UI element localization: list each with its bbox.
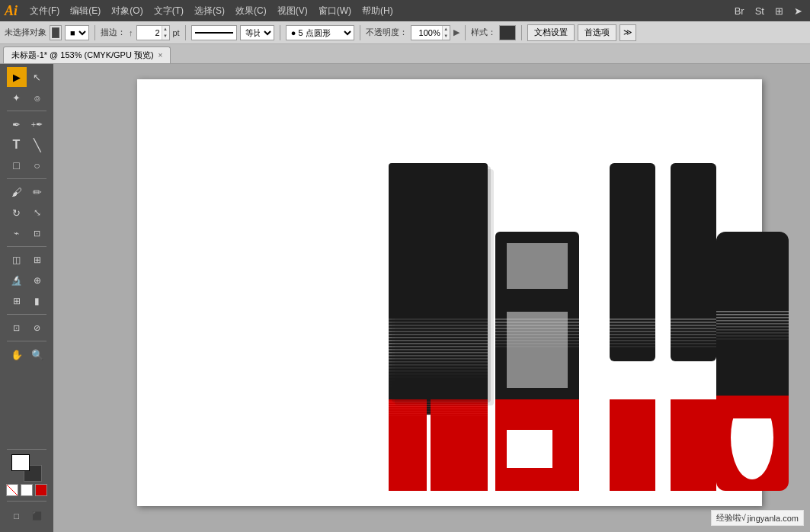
white-swatch[interactable]: [21, 484, 33, 496]
menu-effect[interactable]: 效果(C): [231, 3, 271, 19]
eyedropper-tool[interactable]: 🔬: [7, 271, 27, 290]
toolbar-sep-3: [280, 25, 280, 40]
menu-object[interactable]: 对象(O): [107, 3, 147, 19]
no-fill-swatch[interactable]: [6, 484, 18, 496]
letter-o: [716, 232, 789, 491]
menu-window[interactable]: 窗口(W): [314, 3, 356, 19]
svg-rect-82: [671, 325, 716, 326]
pen-tool[interactable]: ✒: [7, 114, 27, 134]
svg-rect-64: [495, 468, 579, 491]
normal-view[interactable]: □: [7, 506, 27, 526]
svg-rect-61: [495, 418, 564, 430]
fill-type-select[interactable]: ■: [65, 25, 89, 40]
menu-help[interactable]: 帮助(H): [357, 3, 398, 19]
watermark: 经验啦√ jingyanla.com: [711, 510, 804, 526]
menu-file[interactable]: 文件(F): [25, 3, 64, 19]
rotate-tool[interactable]: ↻: [7, 203, 27, 223]
toolbar-sep-6: [521, 25, 522, 40]
opacity-arrow[interactable]: ▶: [453, 27, 459, 37]
selection-width-input[interactable]: [50, 25, 62, 40]
opacity-input[interactable]: ▲ ▼: [411, 25, 450, 40]
brush-tool[interactable]: 🖌: [7, 182, 27, 202]
watermark-text: 经验啦√: [716, 512, 746, 524]
svg-rect-39: [389, 413, 488, 414]
line-type-select[interactable]: 等比: [240, 25, 274, 40]
tool-sep-6: [7, 449, 46, 450]
add-anchor-tool[interactable]: +✒: [27, 114, 47, 134]
lasso-tool[interactable]: ⌾: [27, 88, 47, 107]
svg-rect-89: [671, 346, 716, 348]
grid-icon[interactable]: ⊞: [772, 4, 786, 18]
svg-rect-96: [716, 314, 789, 316]
svg-rect-37: [389, 409, 488, 409]
tool-row-12: ⊡ ⊘: [7, 318, 47, 338]
svg-rect-51: [495, 331, 579, 332]
document-tab[interactable]: 未标题-1* @ 153% (CMYK/GPU 预览) ×: [3, 46, 171, 63]
line-type-preview[interactable]: [191, 25, 237, 40]
slice-tool[interactable]: ⊘: [27, 318, 47, 338]
gradient-tool[interactable]: ◫: [7, 250, 27, 270]
rect-tool[interactable]: □: [7, 155, 27, 175]
bridge-icon[interactable]: Br: [732, 4, 748, 18]
svg-rect-49: [495, 325, 579, 326]
brush-select[interactable]: ● 5 点圆形: [286, 25, 354, 40]
tool-sep-2: [7, 178, 46, 179]
stroke-up-arrow[interactable]: ↑: [129, 28, 133, 37]
swatch-stack: [11, 454, 42, 482]
preferences-button[interactable]: 首选项: [578, 24, 616, 41]
blend-tool[interactable]: ⊕: [27, 271, 47, 290]
direct-select-tool[interactable]: ↖: [27, 67, 47, 87]
svg-rect-100: [716, 326, 789, 328]
svg-rect-69: [610, 325, 655, 326]
send-icon[interactable]: ➤: [791, 4, 805, 18]
type-tool[interactable]: T: [7, 135, 27, 155]
tab-close-button[interactable]: ×: [158, 51, 163, 59]
stroke-down[interactable]: ▼: [162, 33, 169, 40]
opacity-value[interactable]: [411, 26, 442, 40]
style-color-box[interactable]: [499, 25, 516, 40]
stock-icon[interactable]: St: [752, 4, 767, 18]
tool-row-8: ⌁ ⊡: [7, 223, 47, 243]
tool-sep-4: [7, 314, 46, 315]
scale-tool[interactable]: ⤡: [27, 203, 47, 223]
svg-rect-103: [716, 335, 789, 337]
swatch-tiny-row: [6, 484, 47, 496]
artboard-tool[interactable]: ⊡: [7, 318, 27, 338]
svg-rect-81: [671, 322, 716, 323]
preview-view[interactable]: ⬛: [27, 506, 47, 526]
warp-tool[interactable]: ⌁: [7, 223, 27, 243]
hello-svg: [389, 163, 792, 491]
menu-type[interactable]: 文字(T): [149, 3, 188, 19]
svg-rect-86: [671, 337, 716, 338]
svg-rect-48: [495, 322, 579, 323]
line-tool[interactable]: ╲: [27, 135, 47, 155]
magic-wand-tool[interactable]: ✦: [7, 88, 27, 107]
foreground-swatch[interactable]: [11, 454, 30, 471]
svg-rect-54: [495, 340, 579, 341]
red-swatch[interactable]: [35, 484, 47, 496]
opacity-up[interactable]: ▲: [443, 26, 450, 33]
arrow-tool[interactable]: ▶: [7, 67, 27, 87]
pencil-tool[interactable]: ✏: [27, 182, 47, 202]
svg-rect-102: [716, 332, 789, 334]
hand-tool[interactable]: ✋: [7, 345, 27, 364]
menu-edit[interactable]: 编辑(E): [66, 3, 105, 19]
svg-rect-97: [716, 317, 789, 319]
symbol-tool[interactable]: ⊞: [7, 291, 27, 311]
zoom-tool[interactable]: 🔍: [27, 345, 47, 364]
tool-row-7: ↻ ⤡: [7, 203, 47, 223]
menu-view[interactable]: 视图(V): [273, 3, 312, 19]
doc-settings-button[interactable]: 文档设置: [527, 24, 575, 41]
menu-select[interactable]: 选择(S): [190, 3, 229, 19]
ellipse-tool[interactable]: ○: [27, 155, 47, 175]
stroke-width-input[interactable]: ▲ ▼: [136, 25, 170, 40]
stroke-up[interactable]: ▲: [162, 26, 169, 33]
opacity-down[interactable]: ▼: [443, 33, 450, 40]
free-transform-tool[interactable]: ⊡: [27, 223, 47, 243]
chart-tool[interactable]: ▮: [27, 291, 47, 311]
extra-options-button[interactable]: ≫: [620, 24, 636, 41]
svg-rect-71: [610, 331, 655, 332]
mesh-tool[interactable]: ⊞: [27, 250, 47, 270]
stroke-value[interactable]: [137, 26, 162, 40]
svg-rect-85: [671, 334, 716, 335]
